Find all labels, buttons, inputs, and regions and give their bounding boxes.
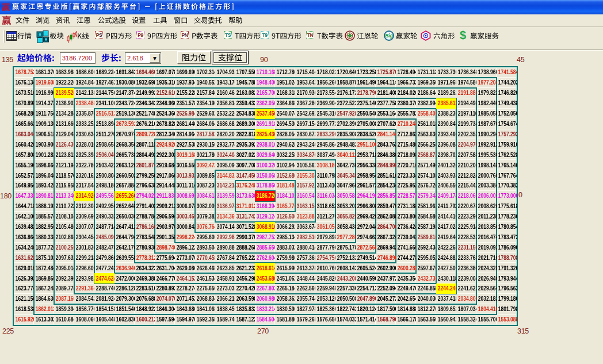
svg-text:Big: Big [385, 33, 394, 39]
